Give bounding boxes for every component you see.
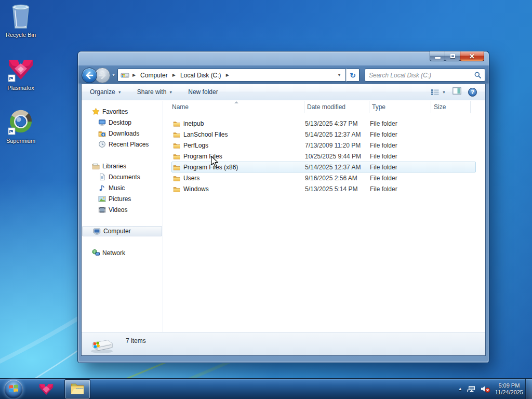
breadcrumb-local-disk-c[interactable]: Local Disk (C:) bbox=[179, 72, 223, 79]
sidebar-item-documents[interactable]: Documents bbox=[82, 171, 163, 182]
sidebar-item-network[interactable]: Network bbox=[82, 247, 163, 258]
file-row-program-files-x86[interactable]: Program Files (x86) 5/14/2025 12:37 AM F… bbox=[171, 162, 476, 172]
breadcrumb-arrow-icon[interactable]: ▶ bbox=[223, 73, 232, 77]
plasmafox-icon bbox=[7, 56, 34, 83]
sidebar-item-music[interactable]: Music bbox=[82, 182, 163, 193]
desktop-icon-supermium[interactable]: Supermium bbox=[1, 109, 41, 144]
refresh-icon: ↻ bbox=[350, 71, 356, 79]
recent-pages-dropdown-icon[interactable]: ▼ bbox=[112, 73, 115, 77]
command-toolbar: Organize ▼ Share with ▼ New folder bbox=[82, 84, 485, 100]
help-button[interactable]: ? bbox=[468, 88, 477, 97]
desktop-icon-recycle-bin[interactable]: Recycle Bin bbox=[1, 3, 41, 38]
downloads-icon bbox=[98, 130, 106, 137]
desktop-icon bbox=[98, 118, 106, 126]
file-type: File folder bbox=[370, 142, 432, 149]
taskbar-item-plasmafox[interactable] bbox=[35, 379, 57, 399]
file-date: 5/14/2025 12:37 AM bbox=[305, 131, 370, 138]
column-header-type[interactable]: Type bbox=[369, 101, 431, 113]
new-folder-button[interactable]: New folder bbox=[188, 88, 218, 96]
file-row-perflogs[interactable]: PerfLogs 7/13/2009 11:20 PM File folder bbox=[171, 140, 476, 151]
organize-label: Organize bbox=[90, 88, 115, 96]
address-dropdown-icon[interactable]: ▼ bbox=[333, 73, 345, 77]
shortcut-arrow-badge bbox=[8, 128, 15, 135]
desktop-icon-label: Supermium bbox=[1, 138, 41, 144]
show-desktop-button[interactable] bbox=[525, 379, 532, 399]
file-list-pane: Name Date modified Type Size inetpub 5/1… bbox=[163, 101, 485, 332]
column-header-name[interactable]: Name bbox=[163, 101, 304, 113]
back-button[interactable] bbox=[82, 68, 97, 83]
breadcrumb-computer[interactable]: Computer bbox=[139, 72, 169, 79]
folder-icon bbox=[173, 142, 180, 149]
toolbar-right-icons: ▼ ? bbox=[431, 87, 477, 97]
sidebar-label: Pictures bbox=[109, 195, 131, 203]
sidebar-item-recent-places[interactable]: Recent Places bbox=[82, 139, 163, 150]
folder-icon bbox=[173, 131, 180, 138]
sidebar-item-pictures[interactable]: Pictures bbox=[82, 193, 163, 204]
volume-muted-tray-icon[interactable] bbox=[481, 385, 490, 393]
organize-menu[interactable]: Organize ▼ bbox=[90, 88, 122, 96]
maximize-icon bbox=[450, 54, 455, 58]
file-type: File folder bbox=[370, 175, 432, 182]
file-row-program-files[interactable]: Program Files 10/25/2025 9:44 PM File fo… bbox=[171, 151, 476, 162]
file-date: 9/16/2025 2:56 AM bbox=[305, 175, 370, 182]
chevron-down-icon: ▼ bbox=[442, 90, 446, 94]
address-bar[interactable]: ▶ Computer ▶ Local Disk (C:) ▶ ▼ bbox=[117, 69, 346, 82]
sidebar-item-desktop[interactable]: Desktop bbox=[82, 117, 163, 128]
computer-icon bbox=[93, 228, 101, 235]
pictures-icon bbox=[98, 195, 106, 203]
sidebar-label: Documents bbox=[109, 174, 140, 181]
column-header-date-modified[interactable]: Date modified bbox=[304, 101, 369, 113]
folder-icon bbox=[173, 175, 180, 181]
sidebar-item-computer[interactable]: Computer bbox=[82, 226, 162, 236]
column-header-size[interactable]: Size bbox=[431, 101, 471, 113]
file-date: 5/13/2025 5:14 PM bbox=[305, 185, 370, 193]
maximize-button[interactable] bbox=[445, 51, 460, 61]
network-tray-icon[interactable] bbox=[467, 385, 476, 393]
minimize-button[interactable] bbox=[430, 51, 445, 61]
close-icon: ✕ bbox=[469, 53, 475, 60]
show-hidden-icons-button[interactable]: ▲ bbox=[458, 387, 462, 391]
search-box[interactable]: Search Local Disk (C:) bbox=[365, 69, 485, 82]
file-row-windows[interactable]: Windows 5/13/2025 5:14 PM File folder bbox=[171, 183, 476, 194]
sort-ascending-icon bbox=[234, 101, 238, 103]
change-view-button[interactable]: ▼ bbox=[431, 89, 446, 96]
file-name: LanSchool Files bbox=[183, 131, 228, 138]
preview-pane-button[interactable] bbox=[453, 87, 461, 97]
desktop-icon-plasmafox[interactable]: Plasmafox bbox=[1, 56, 41, 91]
taskbar-item-explorer[interactable] bbox=[64, 379, 90, 399]
taskbar: ▲ 5:09 PM 11/24/2025 bbox=[0, 378, 532, 399]
preview-pane-icon bbox=[453, 87, 461, 95]
breadcrumb-arrow-icon[interactable]: ▶ bbox=[169, 73, 179, 77]
file-row-users[interactable]: Users 9/16/2025 2:56 AM File folder bbox=[171, 172, 476, 183]
sidebar-label: Downloads bbox=[109, 130, 139, 137]
share-with-menu[interactable]: Share with ▼ bbox=[137, 88, 173, 96]
search-input[interactable]: Search Local Disk (C:) bbox=[369, 72, 474, 79]
folder-icon bbox=[173, 186, 180, 192]
explorer-main: Favorites Desktop bbox=[82, 101, 485, 332]
network-icon bbox=[92, 249, 100, 257]
folder-icon bbox=[173, 121, 180, 127]
sidebar-item-videos[interactable]: Videos bbox=[82, 204, 163, 215]
share-with-label: Share with bbox=[137, 88, 167, 96]
close-button[interactable]: ✕ bbox=[460, 51, 484, 61]
chevron-down-icon: ▼ bbox=[118, 90, 122, 94]
screen: Recycle Bin Plasmafox bbox=[0, 0, 532, 399]
sidebar-item-favorites[interactable]: Favorites bbox=[82, 106, 163, 117]
sidebar-item-libraries[interactable]: Libraries bbox=[82, 161, 163, 171]
sidebar-label: Favorites bbox=[102, 108, 128, 115]
search-icon[interactable] bbox=[474, 72, 481, 78]
taskbar-clock[interactable]: 5:09 PM 11/24/2025 bbox=[495, 382, 523, 396]
views-icon bbox=[431, 89, 440, 96]
file-type: File folder bbox=[370, 131, 432, 138]
start-button[interactable] bbox=[4, 380, 23, 398]
file-row-lanschool-files[interactable]: LanSchool Files 5/14/2025 12:37 AM File … bbox=[171, 129, 476, 140]
file-row-inetpub[interactable]: inetpub 5/13/2025 4:37 PM File folder bbox=[171, 118, 476, 129]
clock-time: 5:09 PM bbox=[495, 382, 523, 389]
details-pane: 7 items bbox=[82, 332, 485, 355]
sidebar-item-downloads[interactable]: Downloads bbox=[82, 128, 163, 139]
window-content: Organize ▼ Share with ▼ New folder bbox=[82, 84, 485, 355]
breadcrumb-arrow-icon[interactable]: ▶ bbox=[129, 73, 139, 77]
chevron-down-icon: ▼ bbox=[169, 90, 172, 94]
refresh-button[interactable]: ↻ bbox=[346, 69, 360, 82]
sidebar-label: Recent Places bbox=[109, 141, 149, 148]
